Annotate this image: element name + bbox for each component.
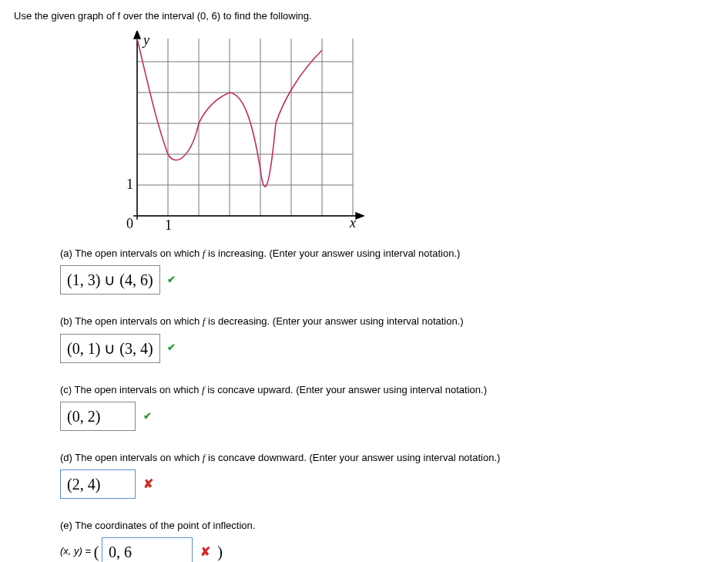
part-a-question: (a) The open intervals on which f is inc… (60, 247, 714, 261)
part-d-answer-input[interactable]: (2, 4) (60, 469, 136, 499)
cross-icon: ✘ (200, 543, 210, 560)
part-e-answer-input[interactable]: 0, 6 (102, 537, 193, 562)
part-e-question: (e) The coordinates of the point of infl… (60, 519, 714, 533)
graph-container: y x 1 0 1 (122, 31, 714, 231)
xy-label: (x, y) = (60, 546, 94, 557)
part-a-answer-input[interactable]: (1, 3) ∪ (4, 6) (60, 265, 160, 294)
part-b: (b) The open intervals on which f is dec… (60, 315, 714, 362)
origin-label: 0 (126, 216, 133, 231)
function-graph: y x 1 0 1 (122, 31, 368, 231)
part-d: (d) The open intervals on which f is con… (60, 451, 714, 499)
x-tick-1: 1 (165, 217, 172, 231)
y-tick-1: 1 (126, 177, 133, 192)
part-c-answer-input[interactable]: (0, 2) (60, 402, 136, 431)
part-d-question: (d) The open intervals on which f is con… (60, 451, 714, 465)
y-axis-label: y (142, 32, 149, 48)
question-prompt: Use the given graph of f over the interv… (14, 9, 714, 23)
check-icon: ✔ (167, 273, 176, 287)
part-a: (a) The open intervals on which f is inc… (60, 247, 714, 294)
check-icon: ✔ (167, 341, 176, 355)
prompt-text: Use the given graph of f over the interv… (14, 10, 312, 22)
svg-marker-15 (134, 31, 140, 39)
check-icon: ✔ (143, 409, 152, 423)
cross-icon: ✘ (143, 476, 153, 493)
part-b-question: (b) The open intervals on which f is dec… (60, 315, 714, 328)
paren-close: ) (217, 543, 223, 560)
svg-marker-17 (356, 213, 364, 219)
part-b-answer-input[interactable]: (0, 1) ∪ (3, 4) (60, 334, 160, 363)
x-axis-label: x (349, 215, 356, 231)
part-e: (e) The coordinates of the point of infl… (60, 519, 714, 562)
paren-open: ( (94, 543, 99, 560)
part-c-question: (c) The open intervals on which f is con… (60, 383, 714, 397)
part-c: (c) The open intervals on which f is con… (60, 383, 714, 431)
